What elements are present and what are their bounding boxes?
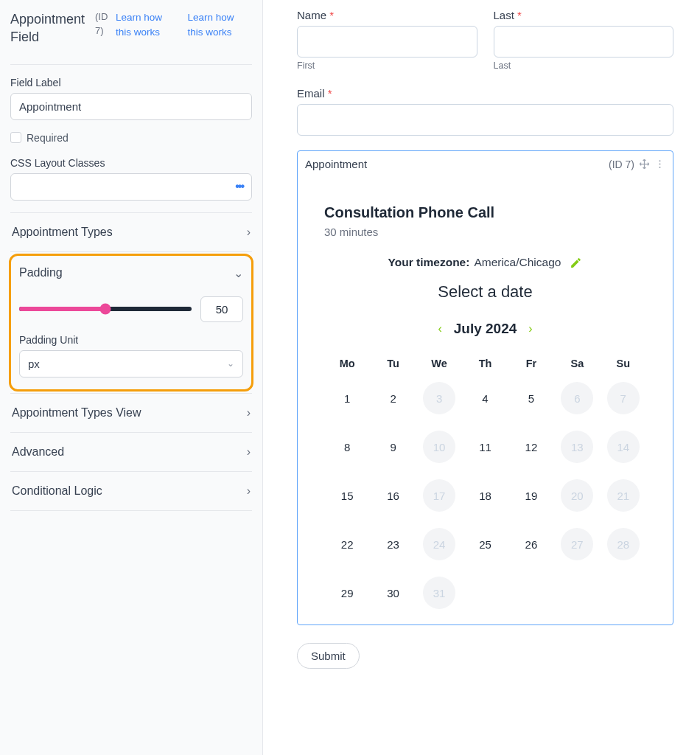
appointment-types-section[interactable]: Appointment Types › [10,213,252,251]
chevron-down-icon: ⌄ [227,358,234,369]
name-label-text: Name [297,9,326,21]
required-asterisk: * [328,87,332,100]
required-label: Required [27,132,69,144]
last-sublabel: Last [494,60,674,71]
prev-month-icon[interactable]: ‹ [438,322,441,335]
move-icon[interactable] [639,159,650,170]
calendar-day[interactable]: 11 [479,441,491,453]
first-name-input[interactable] [297,26,477,58]
slider-thumb[interactable] [100,304,111,315]
divider [10,510,252,511]
calendar-day: 24 [423,528,455,560]
calendar-day[interactable]: 29 [341,587,354,599]
required-asterisk: * [517,9,522,21]
appointment-card-title: Appointment [305,158,367,170]
padding-section: Padding ⌄ 50 Padding Unit px ⌄ [9,254,253,392]
css-classes-group: CSS Layout Classes ••• [10,157,252,201]
calendar-day[interactable]: 26 [525,538,538,551]
first-sublabel: First [297,60,477,71]
css-classes-input[interactable] [10,173,252,201]
conditional-logic-section[interactable]: Conditional Logic › [10,472,252,510]
calendar-day: 17 [423,479,455,512]
calendar-day[interactable]: 8 [344,441,350,453]
calendar-day: 28 [607,528,640,560]
email-field: Email * [297,87,673,136]
svg-point-2 [659,167,661,168]
appointment-card-id: (ID 7) [609,159,634,170]
submit-button[interactable]: Submit [297,643,360,669]
required-checkbox-row[interactable]: Required [10,132,252,144]
calendar-day: 10 [423,431,455,463]
appointment-field-preview[interactable]: Appointment (ID 7) Consultation Phone Ca… [297,150,673,625]
calendar-day[interactable]: 1 [344,392,350,405]
chevron-down-icon[interactable]: ⌄ [234,266,243,280]
appointment-type-title: Consultation Phone Call [324,204,646,221]
calendar-day[interactable]: 22 [341,538,354,551]
slider-fill [19,307,105,311]
weekday-header: Fr [508,352,554,375]
sidebar-header: Appointment Field (ID 7) Learn how this … [10,10,252,46]
calendar-day[interactable]: 5 [528,392,534,405]
conditional-logic-label: Conditional Logic [12,484,102,498]
advanced-section[interactable]: Advanced › [10,433,252,471]
calendar-day[interactable]: 25 [479,538,491,551]
email-input[interactable] [297,104,673,136]
appointment-types-label: Appointment Types [12,226,113,239]
chevron-right-icon: › [247,406,251,420]
field-type-title: Appointment Field [10,10,88,46]
padding-value[interactable]: 50 [200,296,243,322]
calendar-day[interactable]: 12 [525,441,538,453]
last-label-text: Last [494,9,514,21]
field-label-group: Field Label [10,77,252,120]
svg-point-0 [659,160,661,161]
last-field: Last * Last [494,9,674,71]
appointment-types-view-section[interactable]: Appointment Types View › [10,394,252,432]
form-preview: Name * First Last * Last Email * Appoint… [263,0,700,755]
kebab-menu-icon[interactable] [654,159,665,170]
calendar-day[interactable]: 4 [482,392,488,405]
calendar-day: 27 [561,528,593,560]
name-label: Name * [297,9,477,21]
css-options-icon[interactable]: ••• [235,180,243,193]
required-checkbox[interactable] [10,132,21,143]
email-label-text: Email [297,87,325,100]
calendar-month: July 2024 [454,321,517,337]
calendar-day[interactable]: 23 [387,538,399,551]
calendar-day[interactable]: 19 [525,490,538,502]
chevron-right-icon: › [247,226,251,239]
css-classes-heading: CSS Layout Classes [10,157,252,169]
required-asterisk: * [329,9,334,21]
calendar-day[interactable]: 9 [390,441,396,453]
calendar-day[interactable]: 30 [387,587,399,599]
learn-link-1[interactable]: Learn how this works [116,10,181,39]
padding-unit-select[interactable]: px [19,350,243,378]
padding-label: Padding [19,266,63,279]
next-month-icon[interactable]: › [528,322,532,335]
field-label-input[interactable] [10,93,252,120]
calendar-day: 13 [561,431,593,463]
calendar-day[interactable]: 15 [341,490,354,502]
padding-unit-label: Padding Unit [19,334,243,346]
last-name-input[interactable] [494,26,674,58]
learn-link-2[interactable]: Learn how this works [188,10,253,39]
email-label: Email * [297,87,673,100]
settings-sidebar: Appointment Field (ID 7) Learn how this … [0,0,263,755]
field-label-heading: Field Label [10,77,252,88]
weekday-header: Tu [370,352,416,375]
calendar-day: 6 [561,382,593,414]
calendar-day: 31 [423,577,455,609]
field-id-badge: (ID 7) [95,10,108,38]
weekday-header: Mo [324,352,370,375]
padding-slider[interactable] [19,307,192,311]
calendar-day[interactable]: 18 [479,490,491,502]
calendar-nav: ‹ July 2024 › [324,321,646,337]
calendar-day[interactable]: 16 [387,490,399,502]
calendar: MoTuWeThFrSaSu 1234567891011121314151617… [324,352,646,610]
pencil-icon[interactable] [570,257,582,269]
calendar-day[interactable]: 2 [390,392,396,405]
divider [10,251,252,252]
appointment-types-view-label: Appointment Types View [12,406,141,420]
weekday-header: Th [462,352,508,375]
timezone-row: Your timezone:America/Chicago [324,256,646,269]
weekday-header: Su [601,352,646,375]
